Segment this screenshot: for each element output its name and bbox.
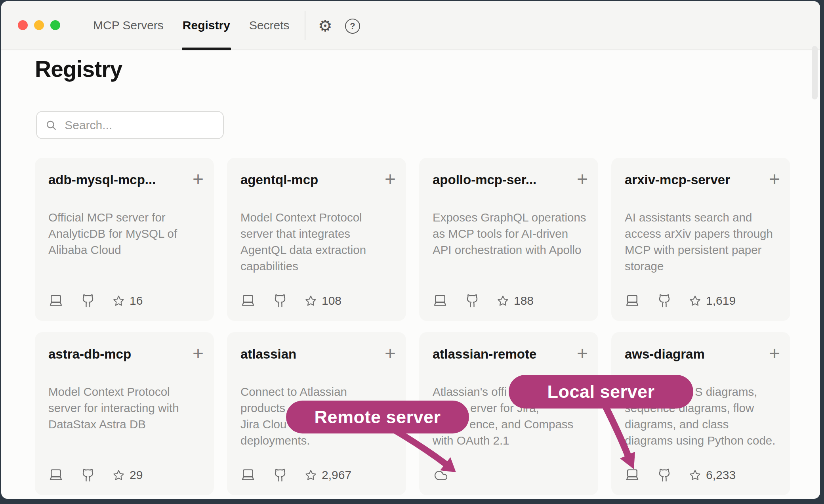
card-description-line: diagrams, and class bbox=[625, 416, 782, 432]
card-header: atlassian-remote+ bbox=[433, 346, 588, 362]
star-icon bbox=[689, 469, 701, 481]
card-title: adb-mysql-mcp... bbox=[48, 172, 156, 188]
star-icon bbox=[113, 469, 125, 481]
active-tab-underline bbox=[182, 48, 231, 50]
search-input[interactable] bbox=[64, 118, 214, 132]
github-icon[interactable] bbox=[273, 294, 287, 308]
add-server-button[interactable]: + bbox=[193, 172, 204, 186]
card-description: AI assistants search andaccess arXiv pap… bbox=[625, 209, 782, 274]
zoom-button[interactable] bbox=[50, 20, 60, 30]
tab-secrets[interactable]: Secrets bbox=[249, 1, 290, 50]
page-title: Registry bbox=[35, 56, 122, 82]
card-footer: 188 bbox=[433, 293, 534, 308]
card-description-line: Exposes GraphQL operations bbox=[433, 209, 590, 225]
card-footer: 1,619 bbox=[625, 293, 736, 308]
star-count-group: 29 bbox=[113, 468, 143, 482]
star-icon bbox=[689, 295, 701, 307]
tab-registry[interactable]: Registry bbox=[183, 1, 230, 50]
card-header: atlassian+ bbox=[240, 346, 396, 362]
search-icon bbox=[46, 119, 57, 132]
add-server-button[interactable]: + bbox=[769, 172, 780, 186]
search-box bbox=[36, 111, 224, 139]
card-description-line: Model Context Protocol bbox=[48, 384, 206, 400]
settings-gear-icon[interactable]: ⚙ bbox=[317, 16, 334, 35]
server-card[interactable]: aws-diagram+S diagrams,sequence diagrams… bbox=[611, 332, 790, 495]
add-server-button[interactable]: + bbox=[193, 346, 204, 361]
card-description-line: access arXiv papers through bbox=[625, 225, 782, 242]
card-footer: 108 bbox=[240, 293, 341, 308]
card-footer: 2,967 bbox=[240, 468, 351, 483]
star-icon bbox=[497, 295, 509, 307]
title-bar: MCP Servers Registry Secrets ⚙ ? bbox=[1, 1, 820, 50]
card-description-line: Alibaba Cloud bbox=[48, 242, 206, 258]
server-card[interactable]: arxiv-mcp-server+AI assistants search an… bbox=[611, 158, 790, 321]
add-server-button[interactable]: + bbox=[577, 172, 588, 186]
card-footer bbox=[433, 468, 449, 483]
card-header: adb-mysql-mcp...+ bbox=[48, 172, 204, 188]
star-count: 188 bbox=[514, 294, 534, 307]
card-title: atlassian bbox=[240, 346, 296, 362]
github-icon[interactable] bbox=[81, 468, 95, 482]
laptop-icon bbox=[433, 293, 448, 308]
card-header: astra-db-mcp+ bbox=[48, 346, 204, 362]
card-footer: 16 bbox=[48, 293, 143, 308]
laptop-icon bbox=[48, 293, 63, 308]
github-icon[interactable] bbox=[81, 294, 95, 308]
star-count-group: 188 bbox=[497, 294, 534, 307]
add-server-button[interactable]: + bbox=[769, 346, 780, 361]
server-card[interactable]: adb-mysql-mcp...+Official MCP server for… bbox=[35, 158, 214, 321]
card-description-line: storage bbox=[625, 258, 782, 274]
card-header: arxiv-mcp-server+ bbox=[625, 172, 780, 188]
star-icon bbox=[305, 469, 317, 481]
card-header: aws-diagram+ bbox=[625, 346, 780, 362]
card-description: Exposes GraphQL operationsas MCP tools f… bbox=[433, 209, 590, 258]
github-icon[interactable] bbox=[657, 468, 671, 482]
star-count: 2,967 bbox=[322, 468, 351, 482]
card-description-line: server that integrates bbox=[240, 225, 398, 242]
star-count: 108 bbox=[322, 294, 341, 307]
laptop-icon bbox=[240, 293, 256, 308]
scrollbar-thumb[interactable] bbox=[812, 46, 818, 99]
star-count: 29 bbox=[130, 468, 143, 482]
add-server-button[interactable]: + bbox=[577, 346, 588, 361]
server-card[interactable]: apollo-mcp-ser...+Exposes GraphQL operat… bbox=[419, 158, 598, 321]
card-footer: 6,233 bbox=[625, 468, 736, 483]
cloud-icon bbox=[433, 468, 449, 483]
close-button[interactable] bbox=[18, 20, 28, 30]
card-footer: 29 bbox=[48, 468, 143, 483]
card-title: astra-db-mcp bbox=[48, 346, 131, 362]
card-description-line: Model Context Protocol bbox=[240, 209, 398, 225]
star-icon bbox=[113, 295, 125, 307]
github-icon[interactable] bbox=[465, 294, 479, 308]
card-description-line: with OAuth 2.1 bbox=[433, 432, 590, 449]
card-description-line: diagrams using Python code. bbox=[625, 432, 782, 449]
star-count: 16 bbox=[130, 294, 143, 307]
minimize-button[interactable] bbox=[34, 20, 44, 30]
header-tabs: MCP Servers Registry Secrets bbox=[93, 1, 290, 50]
laptop-icon bbox=[625, 293, 640, 308]
tab-mcp-servers[interactable]: MCP Servers bbox=[93, 1, 164, 50]
local-server-callout: Local server bbox=[509, 375, 693, 409]
card-title: atlassian-remote bbox=[433, 346, 536, 362]
server-card[interactable]: agentql-mcp+Model Context Protocolserver… bbox=[227, 158, 406, 321]
add-server-button[interactable]: + bbox=[385, 172, 396, 186]
card-description-line: as MCP tools for AI-driven bbox=[433, 225, 590, 242]
tab-registry-label: Registry bbox=[183, 19, 230, 32]
card-title: aws-diagram bbox=[625, 346, 705, 362]
star-count-group: 6,233 bbox=[689, 468, 736, 482]
star-count-group: 16 bbox=[113, 294, 143, 307]
card-description: Official MCP server forAnalyticDB for My… bbox=[48, 209, 206, 258]
help-icon[interactable]: ? bbox=[345, 19, 360, 34]
card-title: agentql-mcp bbox=[240, 172, 318, 188]
laptop-icon bbox=[240, 468, 256, 483]
github-icon[interactable] bbox=[657, 294, 671, 308]
card-description-line: AgentQL data extraction bbox=[240, 242, 398, 258]
server-card[interactable]: astra-db-mcp+Model Context Protocolserve… bbox=[35, 332, 214, 495]
add-server-button[interactable]: + bbox=[385, 346, 396, 361]
card-header: agentql-mcp+ bbox=[240, 172, 396, 188]
app-window: MCP Servers Registry Secrets ⚙ ? Registr… bbox=[1, 1, 820, 499]
github-icon[interactable] bbox=[273, 468, 287, 482]
card-description-line: AI assistants search and bbox=[625, 209, 782, 225]
card-description-line: capabilities bbox=[240, 258, 398, 274]
laptop-icon bbox=[625, 468, 640, 483]
